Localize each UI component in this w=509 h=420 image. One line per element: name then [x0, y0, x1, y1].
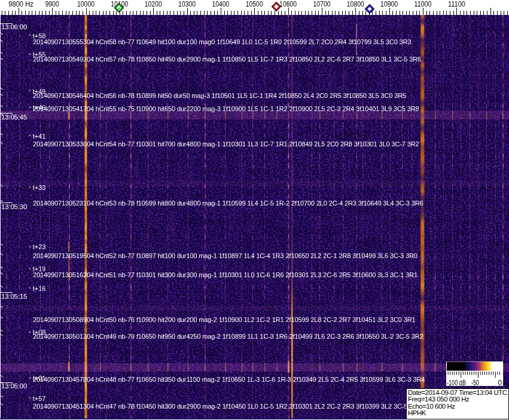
- svg-text:10400: 10400: [212, 0, 229, 8]
- svg-text:10200: 10200: [145, 0, 162, 8]
- svg-text:-100 dB: -100 dB: [447, 379, 466, 386]
- svg-text:0: 0: [498, 379, 502, 386]
- svg-text:10500: 10500: [246, 0, 263, 8]
- svg-text:10700: 10700: [313, 0, 331, 8]
- svg-text:10300: 10300: [178, 0, 196, 8]
- svg-text:9800 Hz: 9800 Hz: [8, 0, 33, 8]
- svg-text:11100: 11100: [448, 0, 465, 8]
- svg-text:10000: 10000: [77, 0, 95, 8]
- svg-text:10800: 10800: [347, 0, 364, 8]
- svg-text:11000: 11000: [414, 0, 432, 8]
- svg-text:-50: -50: [471, 379, 479, 386]
- svg-text:9900: 9900: [45, 0, 59, 8]
- svg-text:10900: 10900: [380, 0, 398, 8]
- svg-text:10600: 10600: [279, 0, 297, 8]
